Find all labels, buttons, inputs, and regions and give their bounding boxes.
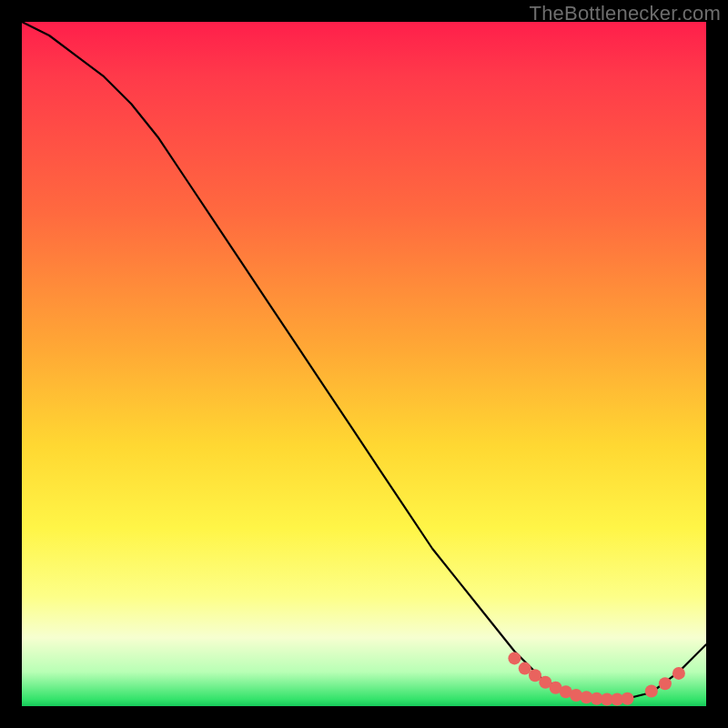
highlight-dots (508, 652, 685, 705)
curve-line (22, 22, 706, 700)
highlight-dot (622, 693, 634, 705)
chart-frame: TheBottlenecker.com (0, 0, 728, 728)
plot-area (22, 22, 706, 706)
chart-svg (22, 22, 706, 706)
highlight-dot (672, 667, 685, 680)
highlight-dot (645, 685, 658, 698)
highlight-dot (508, 652, 521, 664)
watermark-text: TheBottlenecker.com (530, 2, 721, 25)
highlight-dot (659, 677, 672, 690)
